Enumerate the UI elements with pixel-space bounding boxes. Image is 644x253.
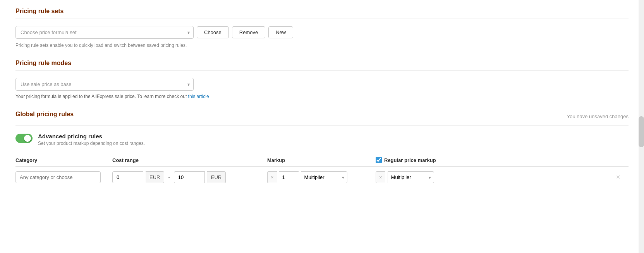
cost-to-input[interactable]	[174, 171, 205, 183]
regular-markup-cell: × Multiplier ▾	[376, 171, 613, 183]
global-section-header: Global pricing rules You have unsaved ch…	[15, 111, 629, 122]
category-cell	[15, 171, 112, 183]
remove-button[interactable]: Remove	[232, 26, 265, 38]
rule-sets-controls-row: Choose price formula set ▾ Choose Remove…	[15, 26, 629, 39]
delete-row-button[interactable]: ×	[613, 172, 623, 183]
col-header-category: Category	[15, 157, 112, 163]
advanced-pricing-subtitle: Set your product markup depending on cos…	[38, 141, 145, 146]
regular-markup-type-select[interactable]: Multiplier	[388, 171, 434, 183]
toggle-slider	[15, 134, 33, 143]
pricing-rules-table: Category Cost range Markup Regular price…	[15, 154, 629, 185]
pricing-rule-sets-info: Pricing rule sets enable you to quickly …	[15, 43, 629, 48]
price-formula-set-dropdown[interactable]: Choose price formula set	[15, 26, 194, 39]
category-input[interactable]	[15, 171, 101, 183]
markup-cell: × Multiplier ▾	[267, 171, 376, 183]
cost-range-cell: EUR - EUR	[112, 171, 267, 183]
col-header-markup: Markup	[267, 157, 376, 163]
regular-markup-header-label: Regular price markup	[384, 157, 436, 163]
markup-value-input[interactable]	[279, 171, 299, 183]
regular-markup-x-label: ×	[376, 171, 385, 183]
section-title-global-pricing: Global pricing rules	[15, 111, 74, 118]
new-button[interactable]: New	[268, 26, 293, 38]
row-actions-cell: ×	[613, 172, 629, 183]
markup-type-select[interactable]: Multiplier	[301, 171, 347, 183]
this-article-link[interactable]: this article	[188, 94, 209, 99]
pricing-rule-modes-section: Pricing rule modes Use sale price as bas…	[15, 60, 629, 99]
sale-price-mode-dropdown[interactable]: Use sale price as base	[15, 78, 194, 91]
section-divider-1	[15, 19, 629, 19]
mode-description: Your pricing formula is applied to the A…	[15, 94, 629, 99]
price-formula-set-wrapper: Choose price formula set ▾	[15, 26, 194, 39]
regular-markup-type-wrapper: Multiplier ▾	[388, 171, 434, 183]
markup-type-wrapper: Multiplier ▾	[301, 171, 347, 183]
table-header-row: Category Cost range Markup Regular price…	[15, 154, 629, 167]
choose-button[interactable]: Choose	[197, 26, 229, 38]
col-header-regular-markup: Regular price markup	[376, 157, 613, 163]
section-divider-2	[15, 71, 629, 71]
advanced-pricing-title: Advanced pricing rules	[38, 133, 145, 139]
advanced-pricing-row: Advanced pricing rules Set your product …	[15, 133, 629, 146]
pricing-rule-sets-section: Pricing rule sets Choose price formula s…	[15, 8, 629, 48]
markup-x-label: ×	[267, 171, 277, 183]
section-title-pricing-rule-sets: Pricing rule sets	[15, 8, 629, 15]
global-pricing-rules-section: Global pricing rules You have unsaved ch…	[15, 111, 629, 185]
sale-price-mode-wrapper: Use sale price as base ▾	[15, 78, 194, 91]
cost-to-currency: EUR	[207, 171, 226, 183]
cost-range-dash: -	[167, 174, 171, 180]
regular-markup-header-checkbox[interactable]	[376, 157, 382, 163]
cost-from-input[interactable]	[112, 171, 143, 183]
scrollbar-track[interactable]	[639, 0, 644, 253]
advanced-pricing-toggle[interactable]	[15, 134, 33, 143]
col-header-cost-range: Cost range	[112, 157, 267, 163]
section-title-pricing-rule-modes: Pricing rule modes	[15, 60, 629, 67]
scrollbar-thumb[interactable]	[639, 116, 644, 147]
cost-from-currency: EUR	[146, 171, 164, 183]
advanced-pricing-text: Advanced pricing rules Set your product …	[38, 133, 145, 146]
unsaved-changes-text: You have unsaved changes	[567, 114, 629, 119]
table-row: EUR - EUR × Multiplier ▾	[15, 170, 629, 185]
section-divider-3	[15, 126, 629, 126]
